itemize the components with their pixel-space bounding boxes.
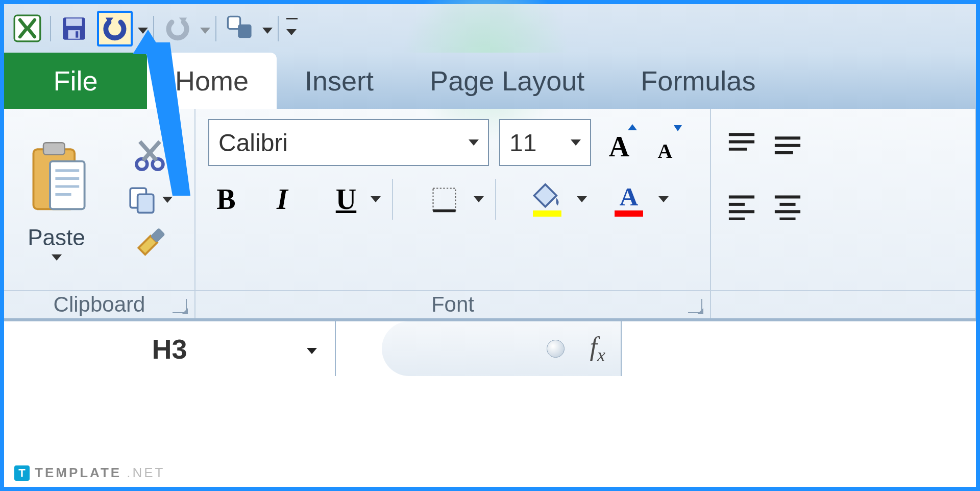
tab-file[interactable]: File [4,53,147,109]
borders-button[interactable] [413,179,475,220]
grow-font-button[interactable]: A [601,122,637,163]
paste-dropdown-icon[interactable] [52,254,62,261]
formula-controls: fx [382,321,622,376]
align-left-button[interactable] [724,185,760,226]
chevron-down-icon [469,139,479,146]
font-name-value: Calibri [218,129,288,157]
watermark-brand: TEMPLATE [35,465,121,481]
cut-button[interactable] [133,139,166,174]
font-name-combo[interactable]: Calibri [208,119,489,166]
svg-rect-4 [76,31,78,37]
bold-button[interactable]: B [208,179,244,220]
ribbon-body: Paste [4,109,976,320]
excel-app-icon[interactable] [9,11,45,46]
watermark: T TEMPLATE.NET [14,465,165,481]
tab-label: Insert [305,65,374,97]
tab-formulas[interactable]: Formulas [612,53,783,109]
group-clipboard: Paste [4,109,195,318]
align-middle-button[interactable] [770,124,805,165]
format-painter-button[interactable] [133,225,166,261]
watermark-badge: T [14,465,30,481]
cell-reference: H3 [152,333,187,365]
qat-customize-dropdown-icon[interactable] [286,18,298,39]
italic-button[interactable]: I [264,179,300,220]
watermark-suffix: .NET [127,465,165,481]
dialog-launcher-icon[interactable] [173,299,187,313]
addin-button[interactable] [222,11,257,46]
font-color-button[interactable]: A [598,179,659,220]
svg-rect-23 [533,211,561,217]
group-font: Calibri 11 A A [195,109,711,318]
fill-color-button[interactable] [517,179,578,220]
copy-dropdown-icon[interactable] [162,197,173,203]
chevron-down-icon[interactable] [371,196,381,202]
formula-bar: H3 fx [4,320,976,376]
chevron-down-icon[interactable] [658,196,669,202]
qat-separator [153,16,154,41]
underline-button[interactable]: U [321,179,372,220]
align-top-button[interactable] [724,124,760,165]
qat-separator [215,16,216,41]
svg-rect-2 [66,18,82,26]
group-label: Clipboard [54,292,145,317]
app-frame: File Home Insert Page Layout Formulas [0,0,980,491]
chevron-down-icon[interactable] [577,196,587,202]
undo-dropdown-icon[interactable] [138,20,148,37]
redo-dropdown-icon[interactable] [200,20,210,37]
chevron-down-icon[interactable] [474,196,484,202]
addin-dropdown-icon[interactable] [262,20,273,37]
shrink-font-button[interactable]: A [647,122,683,163]
svg-rect-19 [138,194,154,213]
font-size-value: 11 [509,129,536,157]
qat-separator [50,16,51,41]
tab-page-layout[interactable]: Page Layout [402,53,612,109]
name-box[interactable]: H3 [4,321,336,376]
dialog-launcher-icon[interactable] [688,299,702,313]
separator [495,179,496,220]
svg-rect-25 [615,211,643,217]
qat-separator [278,16,279,41]
tab-home[interactable]: Home [147,53,277,109]
tab-insert[interactable]: Insert [277,53,402,109]
align-center-button[interactable] [770,185,805,226]
group-label: Font [431,292,474,317]
copy-button[interactable] [127,184,173,215]
paste-button[interactable]: Paste [4,139,109,261]
svg-text:A: A [620,182,639,211]
tab-label: Formulas [641,65,755,97]
chevron-down-icon [571,139,581,146]
undo-button[interactable] [97,11,133,46]
cancel-formula-icon[interactable] [547,340,565,358]
group-alignment [711,109,976,318]
quick-access-toolbar [4,4,976,53]
tab-label: Page Layout [430,65,584,97]
font-size-combo[interactable]: 11 [499,119,591,166]
insert-function-button[interactable]: fx [590,332,605,366]
redo-button[interactable] [159,11,195,46]
separator [392,179,393,220]
paste-label: Paste [28,225,85,250]
tab-label: Home [175,65,249,97]
save-button[interactable] [56,11,92,46]
svg-rect-8 [43,143,65,154]
ribbon-tabs: File Home Insert Page Layout Formulas [4,53,976,109]
svg-rect-21 [433,188,455,211]
svg-rect-6 [238,25,251,38]
tab-label: File [53,65,97,97]
chevron-down-icon[interactable] [307,339,317,358]
